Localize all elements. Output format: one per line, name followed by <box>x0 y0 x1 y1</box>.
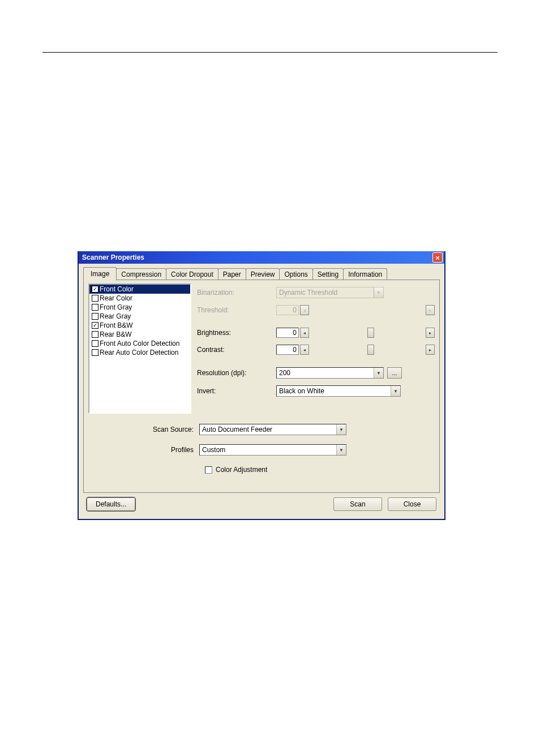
invert-dropdown[interactable]: Black on White ▼ <box>276 385 401 397</box>
tab-paper[interactable]: Paper <box>218 268 246 280</box>
checkbox-icon[interactable] <box>92 304 98 311</box>
list-item-front-gray[interactable]: Front Gray <box>89 303 190 312</box>
checkbox-icon[interactable]: ✓ <box>92 286 98 293</box>
dropdown-value: Custom <box>200 446 336 454</box>
list-item-rear-color[interactable]: Rear Color <box>89 294 190 303</box>
checkbox-icon[interactable] <box>92 331 98 338</box>
list-item-label: Rear Color <box>100 294 132 302</box>
scan-source-label: Scan Source: <box>88 426 199 433</box>
threshold-value: 0 <box>276 305 299 315</box>
list-item-front-auto-color[interactable]: Front Auto Color Detection <box>89 339 190 348</box>
slider-left-icon[interactable]: ◂ <box>300 328 309 338</box>
list-item-front-color[interactable]: ✓ Front Color <box>89 285 190 294</box>
profiles-dropdown[interactable]: Custom ▼ <box>199 444 346 456</box>
contrast-value[interactable]: 0 <box>276 345 299 355</box>
checkbox-icon[interactable] <box>92 313 98 320</box>
chevron-down-icon[interactable]: ▼ <box>336 424 346 435</box>
chevron-down-icon: ▼ <box>374 287 383 298</box>
list-item-label: Front Auto Color Detection <box>100 340 179 347</box>
list-item-label: Rear Gray <box>100 312 131 320</box>
list-item-label: Rear Auto Color Detection <box>100 349 178 356</box>
list-item-rear-gray[interactable]: Rear Gray <box>89 312 190 321</box>
checkbox-icon[interactable]: ✓ <box>92 322 98 329</box>
threshold-label: Threshold: <box>197 306 276 314</box>
list-item-rear-bw[interactable]: Rear B&W <box>89 330 190 339</box>
chevron-down-icon[interactable]: ▼ <box>391 386 400 396</box>
chevron-down-icon[interactable]: ▼ <box>374 368 383 378</box>
dropdown-value: 200 <box>277 369 374 377</box>
checkbox-icon[interactable] <box>205 466 212 474</box>
invert-label: Invert: <box>197 387 276 395</box>
slider-left-icon: ◂ <box>300 305 309 315</box>
scan-source-dropdown[interactable]: Auto Document Feeder ▼ <box>199 424 346 435</box>
list-item-front-bw[interactable]: ✓ Front B&W <box>89 321 190 330</box>
tab-strip: Image Compression Color Dropout Paper Pr… <box>83 267 440 280</box>
resolution-more-button[interactable]: ... <box>387 367 402 379</box>
list-item-label: Front B&W <box>100 321 133 329</box>
tab-setting[interactable]: Setting <box>312 268 344 280</box>
tab-image[interactable]: Image <box>83 267 117 281</box>
checkbox-icon[interactable] <box>92 349 98 356</box>
profiles-label: Profiles <box>88 446 199 454</box>
list-item-label: Front Gray <box>100 303 132 311</box>
tab-information[interactable]: Information <box>343 268 387 280</box>
color-adjustment-checkbox[interactable]: Color Adjustment <box>205 466 267 474</box>
threshold-slider <box>309 306 426 315</box>
tab-color-dropout[interactable]: Color Dropout <box>166 268 218 280</box>
tab-compression[interactable]: Compression <box>116 268 166 280</box>
binarization-label: Binarization: <box>197 289 276 297</box>
close-icon[interactable]: × <box>432 252 443 263</box>
list-item-rear-auto-color[interactable]: Rear Auto Color Detection <box>89 348 190 357</box>
titlebar: Scanner Properties × <box>79 251 444 264</box>
close-button[interactable]: Close <box>388 497 436 511</box>
slider-right-icon: ▸ <box>426 305 435 315</box>
slider-right-icon[interactable]: ▸ <box>426 328 435 338</box>
binarization-dropdown: Dynamic Threshold ▼ <box>276 287 384 298</box>
checkbox-icon[interactable] <box>92 295 98 302</box>
checkbox-icon[interactable] <box>92 340 98 347</box>
brightness-slider[interactable] <box>309 328 426 337</box>
defaults-button[interactable]: Defaults... <box>87 497 135 511</box>
chevron-down-icon[interactable]: ▼ <box>336 445 346 455</box>
dropdown-value: Black on White <box>277 387 391 395</box>
dropdown-value: Dynamic Threshold <box>277 289 374 297</box>
resolution-dropdown[interactable]: 200 ▼ <box>276 367 384 379</box>
dropdown-value: Auto Document Feeder <box>200 426 336 433</box>
tab-preview[interactable]: Preview <box>246 268 280 280</box>
slider-left-icon[interactable]: ◂ <box>300 345 309 355</box>
tab-options[interactable]: Options <box>279 268 312 280</box>
dialog-title: Scanner Properties <box>82 254 144 261</box>
brightness-label: Brightness: <box>197 329 276 337</box>
dialog-button-row: Defaults... Scan Close <box>83 493 440 514</box>
contrast-slider[interactable] <box>309 345 426 354</box>
image-selection-list[interactable]: ✓ Front Color Rear Color Front Gray <box>88 284 191 414</box>
color-adjustment-label: Color Adjustment <box>216 466 267 474</box>
tab-panel-image: ✓ Front Color Rear Color Front Gray <box>83 280 440 493</box>
slider-right-icon[interactable]: ▸ <box>426 345 435 355</box>
scanner-properties-dialog: Scanner Properties × Image Compression C… <box>78 251 445 520</box>
contrast-label: Contrast: <box>197 346 276 354</box>
brightness-value[interactable]: 0 <box>276 328 299 338</box>
resolution-label: Resolution (dpi): <box>197 369 276 377</box>
list-item-label: Front Color <box>100 285 134 293</box>
scan-button[interactable]: Scan <box>333 497 382 511</box>
page-divider <box>42 52 498 53</box>
list-item-label: Rear B&W <box>100 330 132 338</box>
